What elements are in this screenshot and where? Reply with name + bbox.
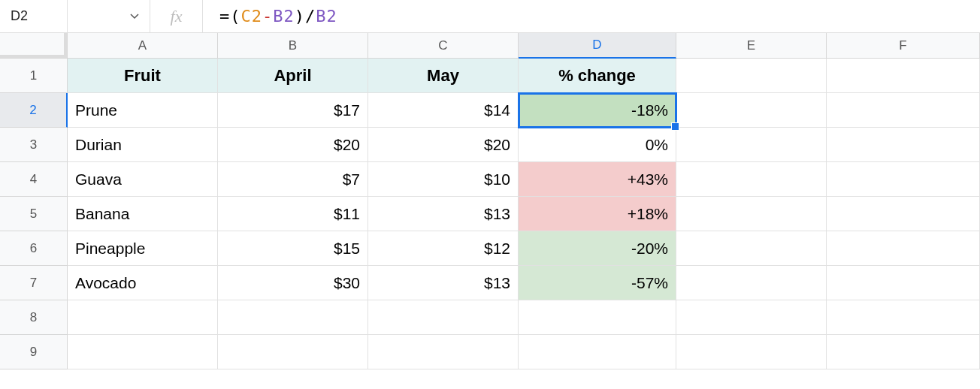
cell-A5[interactable]: Banana xyxy=(68,197,218,231)
cell-E3[interactable] xyxy=(676,128,827,162)
name-box[interactable]: D2 xyxy=(0,0,68,32)
name-box-dropdown[interactable] xyxy=(68,0,150,32)
formula-input[interactable]: = ( C2 - B2 ) / B2 xyxy=(203,0,980,32)
cell-E1[interactable] xyxy=(676,59,827,93)
cell-F9[interactable] xyxy=(827,335,980,369)
cell-E8[interactable] xyxy=(676,300,827,335)
cell-F6[interactable] xyxy=(827,231,980,266)
cell-A4[interactable]: Guava xyxy=(68,162,218,197)
formula-token-minus: - xyxy=(262,7,273,26)
col-head-C[interactable]: C xyxy=(368,33,519,59)
cell-B3[interactable]: $20 xyxy=(218,128,368,162)
formula-token-slash: / xyxy=(305,7,316,26)
formula-token-lp: ( xyxy=(230,7,240,26)
cell-A7[interactable]: Avocado xyxy=(68,266,218,300)
cell-B8[interactable] xyxy=(218,300,368,335)
cell-F7[interactable] xyxy=(827,266,980,300)
cell-D4[interactable]: +43% xyxy=(519,162,676,197)
cell-C7[interactable]: $13 xyxy=(368,266,519,300)
cell-A2[interactable]: Prune xyxy=(68,93,218,128)
cell-C5[interactable]: $13 xyxy=(368,197,519,231)
chevron-down-icon xyxy=(130,14,139,20)
row-head-2[interactable]: 2 xyxy=(0,93,68,128)
cell-D7[interactable]: -57% xyxy=(519,266,676,300)
formula-bar: D2 fx = ( C2 - B2 ) / B2 xyxy=(0,0,980,33)
cell-E9[interactable] xyxy=(676,335,827,369)
cell-F8[interactable] xyxy=(827,300,980,335)
fx-icon: fx xyxy=(150,0,203,32)
col-head-D[interactable]: D xyxy=(519,33,676,59)
cell-F1[interactable] xyxy=(827,59,980,93)
row-head-4[interactable]: 4 xyxy=(0,162,68,197)
cell-B4[interactable]: $7 xyxy=(218,162,368,197)
formula-token-c2: C2 xyxy=(241,7,263,26)
formula-token-b2b: B2 xyxy=(316,7,337,26)
cell-E6[interactable] xyxy=(676,231,827,266)
spreadsheet-grid: A B C D E F 1 Fruit April May % change 2… xyxy=(0,33,980,369)
row-head-6[interactable]: 6 xyxy=(0,231,68,266)
cell-A6[interactable]: Pineapple xyxy=(68,231,218,266)
col-head-E[interactable]: E xyxy=(676,33,827,59)
cell-A3[interactable]: Durian xyxy=(68,128,218,162)
row-head-7[interactable]: 7 xyxy=(0,266,68,300)
cell-C8[interactable] xyxy=(368,300,519,335)
cell-F2[interactable] xyxy=(827,93,980,128)
cell-C2[interactable]: $14 xyxy=(368,93,519,128)
cell-E5[interactable] xyxy=(676,197,827,231)
cell-C9[interactable] xyxy=(368,335,519,369)
col-head-A[interactable]: A xyxy=(68,33,218,59)
row-head-5[interactable]: 5 xyxy=(0,197,68,231)
row-head-8[interactable]: 8 xyxy=(0,300,68,335)
col-head-F[interactable]: F xyxy=(827,33,980,59)
cell-B2[interactable]: $17 xyxy=(218,93,368,128)
cell-E2[interactable] xyxy=(676,93,827,128)
cell-B5[interactable]: $11 xyxy=(218,197,368,231)
cell-B9[interactable] xyxy=(218,335,368,369)
cell-D9[interactable] xyxy=(519,335,676,369)
formula-token-b2a: B2 xyxy=(273,7,295,26)
cell-C4[interactable]: $10 xyxy=(368,162,519,197)
select-all-corner[interactable] xyxy=(0,33,68,59)
cell-E4[interactable] xyxy=(676,162,827,197)
cell-B7[interactable]: $30 xyxy=(218,266,368,300)
cell-F4[interactable] xyxy=(827,162,980,197)
cell-D6[interactable]: -20% xyxy=(519,231,676,266)
cell-C1[interactable]: May xyxy=(368,59,519,93)
cell-A9[interactable] xyxy=(68,335,218,369)
cell-D8[interactable] xyxy=(519,300,676,335)
cell-D1[interactable]: % change xyxy=(519,59,676,93)
cell-D5[interactable]: +18% xyxy=(519,197,676,231)
row-head-3[interactable]: 3 xyxy=(0,128,68,162)
cell-A8[interactable] xyxy=(68,300,218,335)
cell-F3[interactable] xyxy=(827,128,980,162)
cell-B1[interactable]: April xyxy=(218,59,368,93)
col-head-B[interactable]: B xyxy=(218,33,368,59)
row-head-1[interactable]: 1 xyxy=(0,59,68,93)
formula-token-rp: ) xyxy=(295,7,305,26)
cell-D3[interactable]: 0% xyxy=(519,128,676,162)
cell-E7[interactable] xyxy=(676,266,827,300)
row-head-9[interactable]: 9 xyxy=(0,335,68,369)
formula-token-eq: = xyxy=(219,7,230,26)
cell-C3[interactable]: $20 xyxy=(368,128,519,162)
cell-A1[interactable]: Fruit xyxy=(68,59,218,93)
cell-D2[interactable]: -18% xyxy=(519,93,676,128)
cell-B6[interactable]: $15 xyxy=(218,231,368,266)
cell-C6[interactable]: $12 xyxy=(368,231,519,266)
cell-F5[interactable] xyxy=(827,197,980,231)
